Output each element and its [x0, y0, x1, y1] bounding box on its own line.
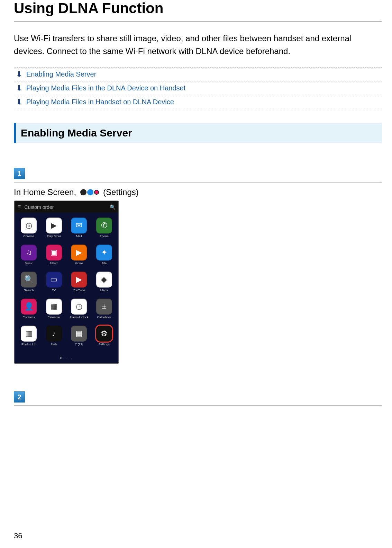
- app-item: ✦File: [93, 245, 116, 268]
- app-icon: ✆: [96, 218, 112, 233]
- app-icon: ▶: [46, 218, 62, 233]
- arrow-down-icon: ⬇: [16, 85, 22, 92]
- app-icon: ▥: [21, 326, 37, 342]
- page-number: 36: [14, 531, 22, 540]
- step-text-prefix: In Home Screen,: [14, 187, 76, 197]
- app-item: ±Calculator: [93, 299, 116, 322]
- app-icon: ♫: [21, 245, 37, 260]
- page-indicator: ● · ·: [15, 355, 118, 363]
- app-label: Contacts: [22, 316, 35, 322]
- phone-topbar-label: Custom order: [25, 204, 54, 210]
- app-grid: ◎Chrome▶Play Store✉Mail✆Phone♫Music▣Albu…: [15, 213, 118, 355]
- app-label: Calendar: [47, 316, 60, 322]
- app-label: Calculator: [97, 316, 111, 322]
- app-icon: 👤: [21, 299, 37, 315]
- app-item: ▶YouTube: [67, 272, 91, 295]
- toc-link[interactable]: Playing Media Files in Handset on DLNA D…: [26, 98, 174, 106]
- app-item: ▶Video: [67, 245, 91, 268]
- app-icon: ▶: [71, 245, 87, 260]
- app-label: Settings: [98, 343, 110, 349]
- app-icon: ⚙: [96, 326, 112, 342]
- app-label: Mail: [76, 235, 82, 241]
- app-item: ▥Photo Hub: [17, 326, 40, 349]
- phone-topbar: ≡ Custom order 🔍: [15, 201, 118, 213]
- section-heading: Enabling Media Server: [14, 123, 382, 143]
- arrow-circle-icon: [87, 189, 93, 195]
- toc-link[interactable]: Enabling Media Server: [26, 70, 96, 78]
- intro-paragraph: Use Wi-Fi transfers to share still image…: [14, 32, 382, 58]
- app-icon: 🔍: [21, 272, 37, 288]
- app-label: Phone: [100, 235, 109, 241]
- arrow-down-icon: ⬇: [16, 71, 22, 78]
- app-icon: ▦: [46, 299, 62, 315]
- dot-icon: [94, 190, 99, 195]
- app-icon: ▤: [71, 326, 87, 342]
- menu-icon: ≡: [17, 203, 21, 211]
- app-item: ▦Calendar: [43, 299, 66, 322]
- toc-item[interactable]: ⬇ Enabling Media Server: [14, 68, 382, 81]
- arrow-down-icon: ⬇: [16, 98, 22, 106]
- gear-icon: [80, 189, 86, 195]
- app-label: アプリ: [74, 343, 84, 349]
- app-icon: ▶: [71, 272, 87, 288]
- app-label: Play Store: [47, 235, 61, 241]
- toc-item[interactable]: ⬇ Playing Media Files in Handset on DLNA…: [14, 95, 382, 109]
- app-item: ▣Album: [43, 245, 66, 268]
- app-item: 🔍Search: [17, 272, 40, 295]
- app-label: YouTube: [73, 289, 85, 295]
- app-label: File: [101, 262, 107, 268]
- step-instruction: In Home Screen, (Settings): [14, 187, 382, 197]
- app-item: ▶Play Store: [43, 218, 66, 241]
- search-icon: 🔍: [110, 204, 116, 210]
- app-label: TV: [52, 289, 56, 295]
- step-number-badge: 2: [14, 391, 25, 403]
- step-rule: [14, 182, 382, 183]
- app-icon: ✦: [96, 245, 112, 260]
- toc-link[interactable]: Playing Media Files in the DLNA Device o…: [26, 84, 185, 92]
- page-title: Using DLNA Function: [14, 0, 382, 17]
- app-label: Video: [75, 262, 83, 268]
- toc-item[interactable]: ⬇ Playing Media Files in the DLNA Device…: [14, 81, 382, 95]
- app-item: 👤Contacts: [17, 299, 40, 322]
- app-item: ◷Alarm & clock: [67, 299, 91, 322]
- app-icon: ◆: [96, 272, 112, 288]
- step-number-badge: 1: [14, 168, 25, 179]
- app-icon: ◎: [21, 218, 37, 233]
- app-label: Search: [24, 289, 34, 295]
- app-item: ♪Hub: [43, 326, 66, 349]
- step-rule: [14, 405, 382, 406]
- app-item: ▤アプリ: [67, 326, 91, 349]
- app-item: ✉Mail: [67, 218, 91, 241]
- step-2: 2: [14, 391, 382, 406]
- app-item: ◆Maps: [93, 272, 116, 295]
- phone-screenshot: ≡ Custom order 🔍 ◎Chrome▶Play Store✉Mail…: [14, 201, 119, 364]
- app-icon: ±: [96, 299, 112, 315]
- app-icon: ▣: [46, 245, 62, 260]
- app-label: Maps: [100, 289, 108, 295]
- app-icon: ◷: [71, 299, 87, 315]
- app-item: ◎Chrome: [17, 218, 40, 241]
- app-icon: ✉: [71, 218, 87, 233]
- app-item: ▭TV: [43, 272, 66, 295]
- step-text-suffix: (Settings): [103, 187, 139, 197]
- settings-inline-icon: [79, 188, 100, 196]
- table-of-contents: ⬇ Enabling Media Server ⬇ Playing Media …: [14, 67, 382, 109]
- app-label: Photo Hub: [21, 343, 36, 349]
- app-label: Alarm & clock: [70, 316, 89, 322]
- app-label: Chrome: [23, 235, 34, 241]
- app-icon: ▭: [46, 272, 62, 288]
- app-label: Hub: [51, 343, 57, 349]
- title-rule: [14, 21, 382, 22]
- app-item: ✆Phone: [93, 218, 116, 241]
- app-item: ♫Music: [17, 245, 40, 268]
- app-label: Music: [25, 262, 33, 268]
- app-label: Album: [49, 262, 58, 268]
- app-icon: ♪: [46, 326, 62, 342]
- step-1: 1 In Home Screen, (Settings) ≡ Custom or…: [14, 168, 382, 364]
- app-item: ⚙Settings: [93, 326, 116, 349]
